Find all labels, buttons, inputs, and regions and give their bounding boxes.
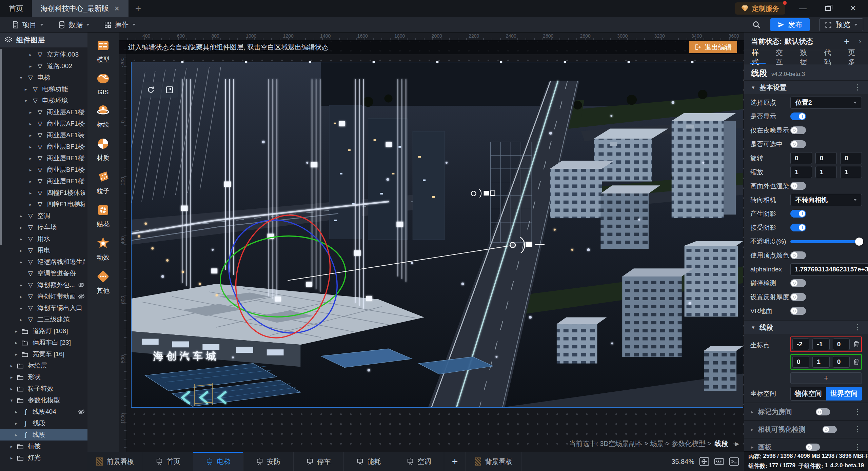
tool-plot[interactable]: 标绘 (96, 103, 111, 129)
tool-animation[interactable]: 动效 (96, 236, 111, 262)
coord-input[interactable]: 0 (792, 356, 809, 368)
page-tab-3[interactable]: 安防 (243, 452, 294, 471)
preview-button[interactable]: 预览 (819, 18, 863, 31)
close-tab-icon[interactable]: ✕ (114, 5, 120, 13)
chevron-right-icon[interactable]: › (859, 37, 861, 45)
title-tab-1[interactable]: 海创科技中心_最新版✕ (32, 0, 129, 17)
restore-button[interactable] (821, 4, 835, 13)
tree-item[interactable]: ▸▽道路.002 (0, 60, 87, 72)
expander-icon[interactable]: ▸ (28, 52, 33, 57)
console-button[interactable] (729, 457, 739, 466)
expander-icon[interactable]: ▸ (9, 386, 14, 391)
tree-item[interactable]: ▸标绘层 (0, 360, 87, 371)
kebab-menu-icon[interactable]: ⋮ (854, 443, 861, 451)
coord-input[interactable]: -2 (792, 339, 809, 350)
tree-item[interactable]: ▸∫线段 (0, 417, 87, 429)
expander-icon[interactable]: ▸ (28, 121, 33, 126)
tree-item[interactable]: ▸灯光 (0, 452, 87, 464)
number-input[interactable]: 0 (815, 152, 837, 164)
tree-item[interactable]: ▸▽立方体.003 (0, 49, 87, 60)
add-point-button[interactable]: + (790, 372, 862, 384)
expander-icon[interactable]: ▾ (9, 398, 14, 403)
tab-2[interactable]: 数据 (800, 50, 812, 64)
expander-icon[interactable]: ▸ (14, 329, 19, 334)
toggle[interactable] (790, 224, 806, 231)
section-basic-settings[interactable]: ▼ 基本设置 ⋮ (744, 80, 868, 94)
fit-view-button[interactable] (160, 82, 178, 98)
expander-icon[interactable]: ▸ (18, 317, 24, 322)
custom-service-badge[interactable]: 定制服务 (735, 2, 785, 15)
number-input[interactable]: 0 (840, 152, 862, 164)
tree-item[interactable]: ▸▽用电 (0, 245, 87, 256)
expand-right-icon[interactable]: ▶ (735, 441, 739, 447)
tree-item[interactable]: ▸▽商业层BF1楼体2.0... (0, 164, 87, 176)
kebab-menu-icon[interactable]: ⋮ (854, 425, 861, 434)
tool-particle[interactable]: 粒子 (96, 169, 111, 196)
trash-icon[interactable] (853, 341, 860, 348)
tree-item[interactable]: ▸▽电梯功能 (0, 83, 87, 95)
coord-input[interactable]: 0 (833, 339, 850, 350)
expander-icon[interactable]: ▸ (14, 432, 19, 437)
menu-0[interactable]: 项目 (5, 17, 51, 32)
expander-icon[interactable]: ▸ (23, 87, 28, 92)
tree-item[interactable]: ▸∫线段404 (0, 406, 87, 417)
toggle[interactable] (790, 251, 806, 259)
expander-icon[interactable]: ▸ (28, 133, 33, 138)
slider-knob[interactable] (855, 238, 863, 246)
toggle[interactable] (790, 112, 806, 120)
collapsed-section-1[interactable]: ▸相机可视化检测⋮ (744, 420, 868, 438)
reset-view-button[interactable] (142, 82, 160, 98)
expander-icon[interactable]: ▸ (14, 409, 19, 414)
expander-icon[interactable]: ▸ (28, 190, 33, 196)
number-input[interactable]: 1 (790, 166, 812, 178)
expander-icon[interactable]: ▸ (751, 427, 753, 432)
expander-icon[interactable]: ▸ (28, 167, 33, 172)
coord-input[interactable]: -1 (812, 339, 829, 350)
tree-item[interactable]: ▾▽电梯环境 (0, 95, 87, 106)
expander-icon[interactable]: ▸ (9, 455, 14, 460)
toggle[interactable] (790, 140, 806, 148)
toggle[interactable] (790, 182, 806, 190)
toggle[interactable] (790, 210, 806, 218)
tree-item[interactable]: ▸▽商业层BF1楼体2.... (0, 176, 87, 187)
page-tab-1[interactable]: 首页 (143, 452, 193, 471)
expander-icon[interactable]: ▸ (18, 283, 24, 288)
close-button[interactable]: ✕ (846, 4, 861, 13)
tree-item[interactable]: ▸▽商业层AF1楼体.002 (0, 106, 87, 118)
tab-0[interactable]: 样式 (752, 50, 764, 64)
expander-icon[interactable]: ▸ (18, 294, 24, 299)
expander-icon[interactable]: ▸ (28, 202, 33, 207)
expander-icon[interactable]: ▸ (28, 144, 33, 149)
tree-item[interactable]: ▸植被 (0, 441, 87, 452)
tree-item[interactable]: ▸▽空调 (0, 210, 87, 222)
search-icon[interactable] (752, 20, 761, 29)
expander-icon[interactable]: ▾ (18, 75, 24, 80)
text-input[interactable]: 1.7976931348623157e+308 (790, 263, 868, 275)
tree-item[interactable]: ▸▽停车场 (0, 222, 87, 233)
toggle[interactable] (790, 126, 806, 134)
pan-tool-button[interactable] (699, 457, 709, 466)
page-tab-2[interactable]: 电梯 (193, 452, 243, 471)
opacity-slider[interactable] (790, 240, 862, 243)
expander-icon[interactable]: ▸ (18, 260, 24, 265)
select-field[interactable]: 不转向相机 (790, 194, 862, 206)
title-tab-0[interactable]: 首页 (0, 0, 32, 17)
selection-handles[interactable] (132, 60, 743, 64)
tree-item[interactable]: ▸▽四幢F1楼体设备... (0, 187, 87, 199)
collapsed-section-0[interactable]: ▸标记为房间⋮ (744, 403, 868, 420)
toggle[interactable] (816, 408, 830, 415)
expander-icon[interactable]: ▾ (23, 98, 28, 103)
expander-icon[interactable]: ▸ (18, 213, 24, 219)
minimize-button[interactable]: — (795, 4, 810, 13)
tree-item[interactable]: ▸▽巡逻路线和逃生路线 (0, 256, 87, 268)
eye-off-icon[interactable] (78, 282, 85, 288)
tab-1[interactable]: 交互 (776, 50, 788, 64)
new-tab-button[interactable]: + (129, 0, 148, 17)
tool-model[interactable]: 模型 (96, 38, 111, 64)
kebab-menu-icon[interactable]: ⋮ (854, 323, 861, 332)
coord-input[interactable]: 1 (812, 356, 829, 368)
tree-item[interactable]: ▾▽电梯 (0, 72, 87, 83)
menu-2[interactable]: 操作 (97, 17, 143, 32)
tree-scrollbar[interactable] (0, 49, 2, 245)
kebab-menu-icon[interactable]: ⋮ (854, 83, 861, 92)
